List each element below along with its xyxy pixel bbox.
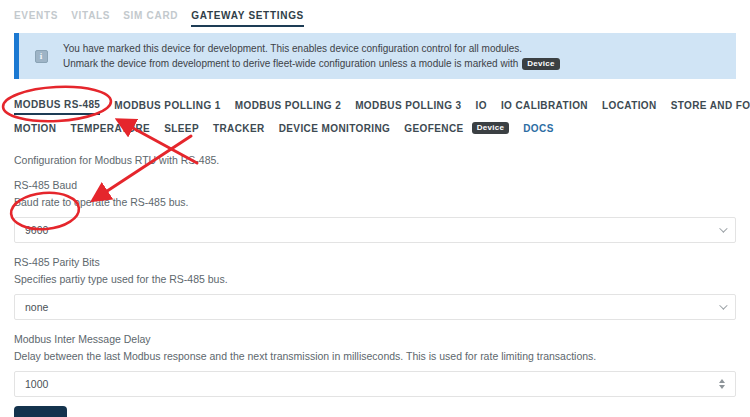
tab-tracker[interactable]: TRACKER <box>213 123 265 137</box>
delay-description: Delay between the last Modbus response a… <box>14 350 736 362</box>
tab-docs[interactable]: DOCS <box>523 123 554 137</box>
module-tab-row-1: MODBUS RS-485 MODBUS POLLING 1 MODBUS PO… <box>14 99 736 115</box>
tab-modbus-rs-485[interactable]: MODBUS RS-485 <box>14 99 100 115</box>
delay-input-wrap <box>14 371 736 397</box>
number-stepper-icon[interactable] <box>719 379 725 389</box>
device-badge: Device <box>522 58 560 70</box>
development-info-banner: i You have marked this device for develo… <box>14 33 736 79</box>
module-tab-bar: MODBUS RS-485 MODBUS POLLING 1 MODBUS PO… <box>14 99 736 137</box>
banner-text: You have marked this device for developm… <box>63 41 560 71</box>
save-button[interactable]: SAVE <box>14 406 67 417</box>
modbus-rs485-panel: Configuration for Modbus RTU with RS-485… <box>14 154 736 417</box>
tab-sim-card[interactable]: SIM CARD <box>123 10 178 27</box>
baud-select[interactable]: 9600 <box>14 217 736 243</box>
tab-modbus-polling-2[interactable]: MODBUS POLLING 2 <box>235 100 341 114</box>
tab-vitals[interactable]: VITALS <box>71 10 110 27</box>
chevron-down-icon <box>719 301 727 309</box>
delay-label: Modbus Inter Message Delay <box>14 333 736 345</box>
parity-description: Specifies partiy type used for the RS-48… <box>14 273 736 285</box>
info-icon: i <box>35 50 48 63</box>
panel-intro-text: Configuration for Modbus RTU with RS-485… <box>14 154 736 166</box>
baud-select-value: 9600 <box>25 224 48 236</box>
tab-store-and-forward[interactable]: STORE AND FORWARD <box>671 100 750 114</box>
tab-modbus-polling-3[interactable]: MODBUS POLLING 3 <box>355 100 461 114</box>
tab-gateway-settings[interactable]: GATEWAY SETTINGS <box>191 10 304 27</box>
tab-location[interactable]: LOCATION <box>602 100 657 114</box>
tab-modbus-polling-1[interactable]: MODBUS POLLING 1 <box>114 100 220 114</box>
tab-temperature[interactable]: TEMPERATURE <box>70 123 150 137</box>
parity-select[interactable]: none <box>14 294 736 320</box>
tab-device-monitoring[interactable]: DEVICE MONITORING <box>279 123 391 137</box>
baud-description: Baud rate to operate the RS-485 bus. <box>14 196 736 208</box>
baud-label: RS-485 Baud <box>14 179 736 191</box>
module-tab-row-2: MOTION TEMPERATURE SLEEP TRACKER DEVICE … <box>14 122 736 137</box>
geofence-device-badge: Device <box>472 122 510 134</box>
banner-line1: You have marked this device for developm… <box>63 41 560 56</box>
top-tab-bar: EVENTS VITALS SIM CARD GATEWAY SETTINGS <box>14 10 750 27</box>
parity-label: RS-485 Parity Bits <box>14 256 736 268</box>
banner-line2-text: Unmark the device from development to de… <box>63 56 518 71</box>
tab-geofence-label: GEOFENCE <box>404 123 463 134</box>
delay-input[interactable] <box>25 378 225 390</box>
tab-geofence[interactable]: GEOFENCE Device <box>404 122 509 137</box>
tab-events[interactable]: EVENTS <box>14 10 58 27</box>
banner-icon-wrap: i <box>19 50 63 63</box>
tab-motion[interactable]: MOTION <box>14 123 56 137</box>
tab-io-calibration[interactable]: IO CALIBRATION <box>501 100 588 114</box>
parity-select-value: none <box>25 301 48 313</box>
banner-line2: Unmark the device from development to de… <box>63 56 560 71</box>
tab-sleep[interactable]: SLEEP <box>164 123 199 137</box>
tab-io[interactable]: IO <box>476 100 487 114</box>
chevron-down-icon <box>719 224 727 232</box>
